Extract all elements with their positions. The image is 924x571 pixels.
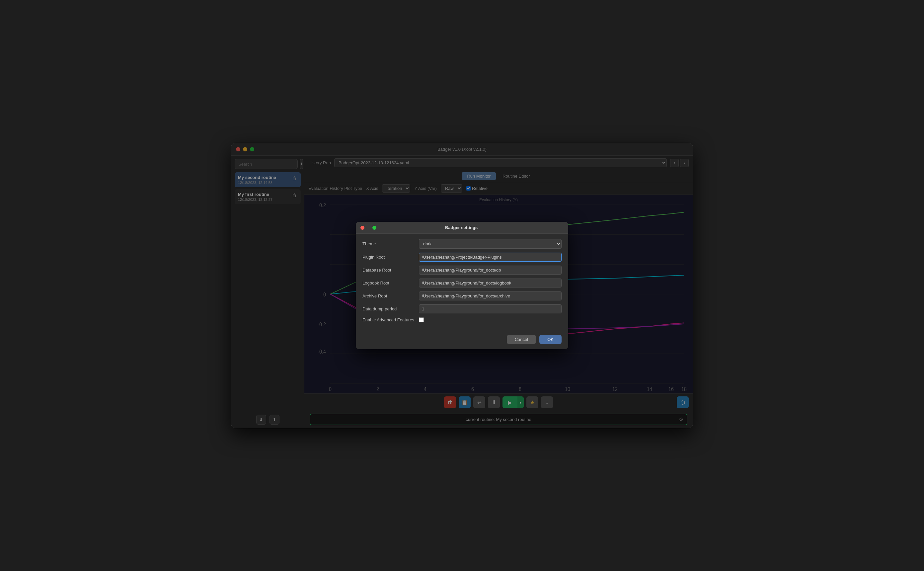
right-panel: History Run BadgerOpt-2023-12-18-121624.… bbox=[304, 156, 693, 428]
data-dump-input[interactable] bbox=[419, 304, 562, 313]
database-root-row: Database Root bbox=[362, 265, 562, 275]
archive-root-input[interactable] bbox=[419, 292, 562, 301]
database-root-label: Database Root bbox=[362, 268, 416, 273]
database-root-input[interactable] bbox=[419, 265, 562, 275]
main-content: + My second routine 12/18/2023, 12:14:58… bbox=[231, 156, 693, 428]
plugin-root-row: Plugin Root bbox=[362, 253, 562, 262]
theme-select[interactable]: dark bbox=[419, 239, 562, 248]
modal-overlay: Badger settings Theme dark Plugin Root bbox=[231, 156, 693, 428]
ok-button[interactable]: OK bbox=[539, 335, 562, 344]
theme-row: Theme dark bbox=[362, 239, 562, 248]
logbook-root-label: Logbook Root bbox=[362, 281, 416, 286]
advanced-label: Enable Advanced Features bbox=[362, 317, 416, 323]
logbook-root-input[interactable] bbox=[419, 279, 562, 287]
archive-root-label: Archive Root bbox=[362, 293, 416, 298]
modal-titlebar: Badger settings bbox=[356, 222, 568, 234]
modal-footer: Cancel OK bbox=[356, 332, 568, 349]
modal-traffic-lights bbox=[360, 226, 376, 230]
data-dump-label: Data dump period bbox=[362, 306, 416, 312]
modal-maximize-button[interactable] bbox=[373, 226, 376, 230]
theme-label: Theme bbox=[362, 241, 416, 246]
logbook-root-row: Logbook Root bbox=[362, 279, 562, 287]
advanced-features-row: Enable Advanced Features bbox=[362, 317, 562, 323]
plugin-root-input[interactable] bbox=[419, 253, 562, 262]
settings-modal: Badger settings Theme dark Plugin Root bbox=[356, 222, 568, 349]
modal-body: Theme dark Plugin Root Database R bbox=[356, 234, 568, 332]
archive-root-row: Archive Root bbox=[362, 292, 562, 301]
modal-minimize-button bbox=[367, 226, 370, 230]
modal-title: Badger settings bbox=[379, 225, 544, 230]
data-dump-row: Data dump period bbox=[362, 304, 562, 313]
advanced-checkbox[interactable] bbox=[419, 317, 424, 323]
modal-close-button[interactable] bbox=[360, 226, 364, 230]
app-window: Badger v1.0 (Xopt v2.1.0) + My second ro… bbox=[231, 143, 693, 428]
plugin-root-label: Plugin Root bbox=[362, 255, 416, 259]
cancel-button[interactable]: Cancel bbox=[507, 335, 536, 344]
